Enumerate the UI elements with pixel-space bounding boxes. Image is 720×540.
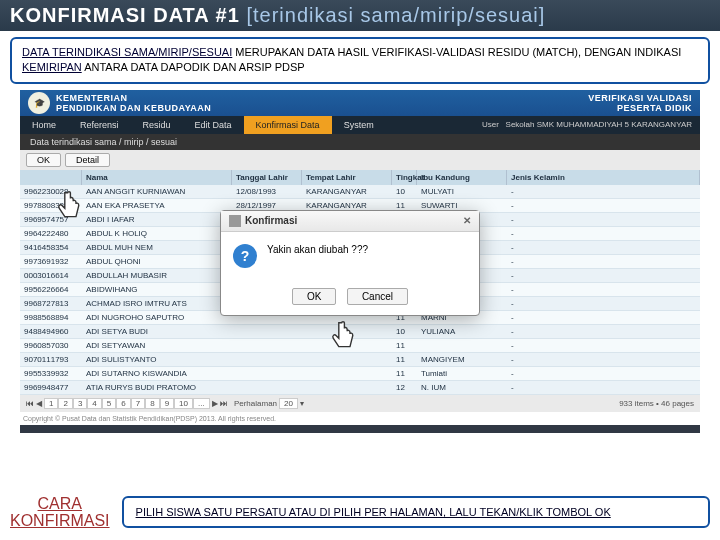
- question-icon: ?: [233, 244, 257, 268]
- table-row[interactable]: 9962230028AAN ANGGIT KURNIAWAN12/08/1993…: [20, 185, 700, 199]
- table-row[interactable]: 9960857030ADI SETYAWAN11-: [20, 339, 700, 353]
- pager: ⏮ ◀ 12345678910... ▶ ⏭ Perhalaman 20 ▾ 9…: [20, 395, 700, 412]
- info-underline-1: DATA TERINDIKASI SAMA/MIRIP/SESUAI: [22, 46, 232, 58]
- title-sub: [terindikasi sama/mirip/sesuai]: [246, 4, 545, 26]
- ministry-line2: PENDIDIKAN DAN KEBUDAYAAN: [56, 103, 211, 113]
- close-icon[interactable]: ✕: [463, 215, 471, 226]
- confirm-modal: Konfirmasi ✕ ? Yakin akan diubah ??? OK …: [220, 210, 480, 316]
- table-row[interactable]: 9488494960ADI SETYA BUDI10YULIANA-: [20, 325, 700, 339]
- tab-referensi[interactable]: Referensi: [68, 116, 131, 134]
- modal-icon: [229, 215, 241, 227]
- info-underline-2: KEMIRIPAN: [22, 61, 82, 73]
- modal-ok-button[interactable]: OK: [292, 288, 336, 305]
- tab-home[interactable]: Home: [20, 116, 68, 134]
- pager-per-value[interactable]: 20: [279, 398, 298, 409]
- ministry-header: 🎓 KEMENTERIAN PENDIDIKAN DAN KEBUDAYAAN …: [20, 90, 700, 116]
- pager-page[interactable]: 10: [174, 398, 193, 409]
- table-row[interactable]: 9955339932ADI SUTARNO KISWANDIA11Tumiati…: [20, 367, 700, 381]
- pager-page[interactable]: 9: [160, 398, 174, 409]
- tab-konfirmasi-data[interactable]: Konfirmasi Data: [244, 116, 332, 134]
- col-ibu: Ibu Kandung: [417, 170, 507, 185]
- col-jk: Jenis Kelamin: [507, 170, 700, 185]
- toolbar: OK Detail: [20, 150, 700, 170]
- pager-prev-icon[interactable]: ◀: [36, 399, 42, 408]
- info-text: MERUPAKAN DATA HASIL VERIFIKASI-VALIDASI…: [232, 46, 681, 58]
- user-info: User Sekolah SMK MUHAMMADIYAH 5 KARANGAN…: [474, 116, 700, 134]
- copyright: Copyright © Pusat Data dan Statistik Pen…: [20, 412, 700, 425]
- info-end: ANTARA DATA DAPODIK DAN ARSIP PDSP: [82, 61, 305, 73]
- ok-button[interactable]: OK: [26, 153, 61, 167]
- pager-page[interactable]: 8: [145, 398, 159, 409]
- tab-residu[interactable]: Residu: [131, 116, 183, 134]
- cara-label: CARAKONFIRMASI: [10, 495, 110, 530]
- modal-title: Konfirmasi: [245, 215, 297, 226]
- col-id: [20, 170, 82, 185]
- pager-page[interactable]: 2: [58, 398, 72, 409]
- pager-page[interactable]: 3: [73, 398, 87, 409]
- table-header: Nama Tanggal Lahir Tempat Lahir Tingkat …: [20, 170, 700, 185]
- subheader: Data terindikasi sama / mirip / sesuai: [20, 134, 700, 150]
- footer-bar: [20, 425, 700, 433]
- col-tgl-lahir: Tanggal Lahir: [232, 170, 302, 185]
- bottom-instruction: CARAKONFIRMASI PILIH SISWA SATU PERSATU …: [10, 495, 710, 530]
- tab-system[interactable]: System: [332, 116, 386, 134]
- ministry-logo-icon: 🎓: [28, 92, 50, 114]
- col-tempat-lahir: Tempat Lahir: [302, 170, 392, 185]
- ministry-line1: KEMENTERIAN: [56, 93, 211, 103]
- col-nama: Nama: [82, 170, 232, 185]
- pager-page[interactable]: 4: [87, 398, 101, 409]
- pager-page[interactable]: 6: [116, 398, 130, 409]
- table-row[interactable]: 9969948477ATIA RURYS BUDI PRATOMO12N. IU…: [20, 381, 700, 395]
- tab-edit-data[interactable]: Edit Data: [183, 116, 244, 134]
- pager-first-icon[interactable]: ⏮: [26, 399, 34, 408]
- vv-line1: VERIFIKASI VALIDASI: [588, 93, 692, 103]
- pager-page[interactable]: 1: [44, 398, 58, 409]
- info-box: DATA TERINDIKASI SAMA/MIRIP/SESUAI MERUP…: [10, 37, 710, 84]
- slide-title: KONFIRMASI DATA #1 [terindikasi sama/mir…: [0, 0, 720, 31]
- pager-page[interactable]: ...: [193, 398, 210, 409]
- modal-cancel-button[interactable]: Cancel: [347, 288, 408, 305]
- pager-page[interactable]: 7: [131, 398, 145, 409]
- app-screenshot: 🎓 KEMENTERIAN PENDIDIKAN DAN KEBUDAYAAN …: [20, 90, 700, 433]
- pager-last-icon[interactable]: ⏭: [220, 399, 228, 408]
- pager-page[interactable]: 5: [102, 398, 116, 409]
- pager-per-label: Perhalaman: [234, 399, 277, 408]
- title-main: KONFIRMASI DATA #1: [10, 4, 240, 26]
- pager-total: 933 items • 46 pages: [619, 399, 694, 408]
- modal-message: Yakin akan diubah ???: [267, 244, 368, 255]
- pager-next-icon[interactable]: ▶: [212, 399, 218, 408]
- nav-bar: Home Referensi Residu Edit Data Konfirma…: [20, 116, 700, 134]
- detail-button[interactable]: Detail: [65, 153, 110, 167]
- hand-cursor-icon: [52, 190, 86, 232]
- instruction-box: PILIH SISWA SATU PERSATU ATAU DI PILIH P…: [122, 496, 710, 528]
- table-row[interactable]: 9070111793ADI SULISTYANTO11MANGIYEM-: [20, 353, 700, 367]
- hand-cursor-icon: [326, 320, 360, 362]
- col-tingkat: Tingkat: [392, 170, 417, 185]
- vv-line2: PESERTA DIDIK: [588, 103, 692, 113]
